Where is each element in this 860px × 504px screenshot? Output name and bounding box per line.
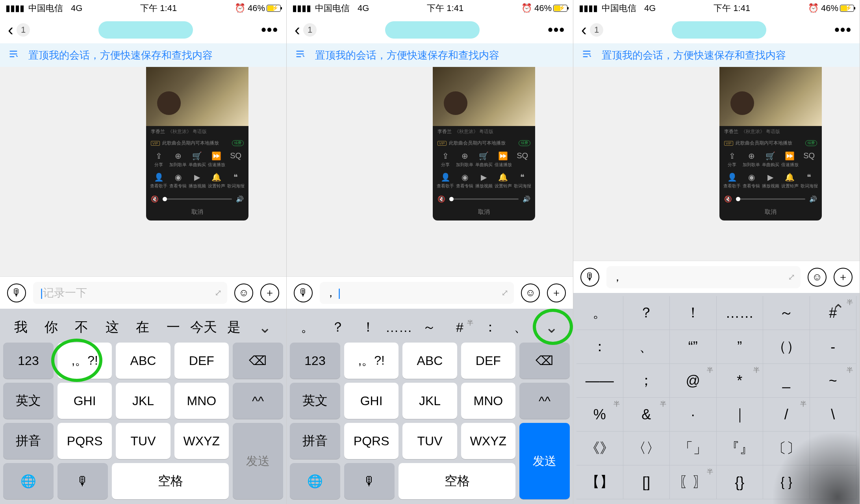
pin-banner[interactable]: 置顶我的会话，方便快速保存和查找内容: [287, 43, 573, 67]
key-tuv[interactable]: TUV: [116, 423, 170, 459]
key-symbols[interactable]: ,。?!: [57, 343, 112, 379]
back-button[interactable]: ‹: [581, 22, 587, 38]
text-input[interactable]: ， ⤢: [606, 266, 801, 288]
key-abc[interactable]: ABC: [116, 343, 170, 379]
symbol-key[interactable]: ～: [763, 296, 810, 330]
expand-icon[interactable]: ⤢: [788, 272, 795, 282]
pin-banner[interactable]: 置顶我的会话，方便快速保存和查找内容: [573, 43, 860, 67]
key-ghi[interactable]: GHI: [57, 383, 112, 419]
key-mno[interactable]: MNO: [174, 383, 229, 419]
symbol-key[interactable]: 、: [623, 330, 670, 364]
symbol-key[interactable]: _: [763, 364, 810, 398]
key-wxyz[interactable]: WXYZ: [461, 423, 515, 459]
symbol-key[interactable]: ”: [717, 330, 764, 364]
chat-area[interactable]: 李香兰 《秋意浓》 粤语版 VIP此歌曲会员期内可本地播放 续费 ⇪分享 ⊕加到…: [0, 67, 286, 276]
symbol-key[interactable]: []: [623, 465, 670, 499]
symbol-key[interactable]: *半: [717, 364, 764, 398]
key-123[interactable]: 123: [290, 343, 340, 379]
symbol-key[interactable]: [810, 432, 857, 465]
symbol-key[interactable]: ：: [576, 330, 623, 364]
expand-icon[interactable]: ⤢: [501, 288, 508, 298]
symbol-key[interactable]: ？: [623, 296, 670, 330]
symbol-key[interactable]: ；: [623, 364, 670, 398]
symbol-key[interactable]: ｛｝: [763, 465, 810, 499]
voice-icon[interactable]: 🎙: [580, 268, 599, 287]
symbol-chevron-up-icon[interactable]: ⌃: [823, 298, 854, 322]
key-mic[interactable]: 🎙: [57, 463, 108, 499]
symbol-key[interactable]: /半: [763, 398, 810, 432]
key-pinyin[interactable]: 拼音: [3, 423, 54, 459]
text-input[interactable]: ，| ⤢: [320, 282, 514, 304]
key-emoticon[interactable]: ^^: [519, 383, 570, 419]
chat-area[interactable]: 李香兰 《秋意浓》 粤语版 VIP此歌曲会员期内可本地播放续费 ⇪分享 ⊕加到歌…: [287, 67, 573, 276]
key-delete[interactable]: ⌫: [233, 343, 283, 379]
text-input[interactable]: |记录一下 ⤢: [33, 282, 227, 304]
key-mno[interactable]: MNO: [461, 383, 515, 419]
key-globe[interactable]: 🌐: [290, 463, 340, 499]
candidate-chevron-down-icon[interactable]: ⌄: [536, 318, 567, 336]
symbol-key[interactable]: [810, 465, 857, 499]
symbol-key[interactable]: ——: [576, 364, 623, 398]
plus-icon[interactable]: ＋: [547, 284, 566, 302]
key-ghi[interactable]: GHI: [344, 383, 398, 419]
symbol-key[interactable]: &半: [623, 398, 670, 432]
symbol-key[interactable]: 《》: [576, 432, 623, 465]
symbol-key[interactable]: ……: [717, 296, 764, 330]
voice-icon[interactable]: 🎙: [294, 284, 313, 302]
key-pinyin[interactable]: 拼音: [290, 423, 340, 459]
message-image-card[interactable]: 李香兰 《秋意浓》 粤语版 VIP此歌曲会员期内可本地播放续费 ⇪分享 ⊕加到歌…: [719, 67, 822, 220]
key-symbols[interactable]: ,。?!: [344, 343, 398, 379]
message-image-card[interactable]: 李香兰 《秋意浓》 粤语版 VIP此歌曲会员期内可本地播放续费 ⇪分享 ⊕加到歌…: [433, 67, 535, 220]
more-button[interactable]: •••: [834, 22, 852, 38]
key-globe[interactable]: 🌐: [3, 463, 54, 499]
symbol-key[interactable]: 〈〉: [623, 432, 670, 465]
symbol-key[interactable]: 「」: [670, 432, 717, 465]
candidate-row[interactable]: 。 ？ ！ …… ～ #半 ： 、 ⌄: [290, 312, 570, 343]
key-english[interactable]: 英文: [3, 383, 54, 419]
more-button[interactable]: •••: [548, 22, 565, 38]
back-button[interactable]: ‹: [8, 22, 13, 38]
message-image-card[interactable]: 李香兰 《秋意浓》 粤语版 VIP此歌曲会员期内可本地播放 续费 ⇪分享 ⊕加到…: [146, 67, 248, 220]
emoji-icon[interactable]: ☺: [521, 284, 540, 302]
plus-icon[interactable]: ＋: [260, 284, 279, 302]
key-123[interactable]: 123: [3, 343, 54, 379]
symbol-key[interactable]: @半: [670, 364, 717, 398]
key-send[interactable]: 发送: [519, 423, 570, 499]
more-button[interactable]: •••: [261, 22, 278, 38]
symbol-key[interactable]: %半: [576, 398, 623, 432]
back-button[interactable]: ‹: [295, 22, 300, 38]
symbol-key[interactable]: “”: [670, 330, 717, 364]
key-tuv[interactable]: TUV: [402, 423, 457, 459]
symbol-key[interactable]: 【】: [576, 465, 623, 499]
symbol-key[interactable]: ~半: [810, 364, 857, 398]
candidate-chevron-down-icon[interactable]: ⌄: [249, 318, 281, 336]
key-pqrs[interactable]: PQRS: [344, 423, 398, 459]
expand-icon[interactable]: ⤢: [215, 288, 222, 298]
symbol-key[interactable]: （）: [763, 330, 810, 364]
pin-banner[interactable]: 置顶我的会话，方便快速保存和查找内容: [0, 43, 286, 67]
emoji-icon[interactable]: ☺: [234, 284, 253, 302]
key-english[interactable]: 英文: [290, 383, 340, 419]
symbol-key[interactable]: ！: [670, 296, 717, 330]
key-wxyz[interactable]: WXYZ: [174, 423, 229, 459]
voice-icon[interactable]: 🎙: [7, 284, 26, 302]
emoji-icon[interactable]: ☺: [808, 268, 827, 287]
key-def[interactable]: DEF: [461, 343, 515, 379]
key-space[interactable]: 空格: [398, 463, 515, 499]
unread-badge[interactable]: 1: [17, 23, 30, 37]
candidate-row[interactable]: 我 你 不 这 在 一 今天 是 ⌄: [3, 312, 283, 343]
symbol-key[interactable]: 〔〕: [763, 432, 810, 465]
symbol-key[interactable]: 『』: [717, 432, 764, 465]
chat-area[interactable]: 李香兰 《秋意浓》 粤语版 VIP此歌曲会员期内可本地播放续费 ⇪分享 ⊕加到歌…: [573, 67, 860, 261]
key-pqrs[interactable]: PQRS: [57, 423, 112, 459]
key-jkl[interactable]: JKL: [402, 383, 457, 419]
symbol-key[interactable]: {}: [717, 465, 764, 499]
symbol-key[interactable]: 〖〗半: [670, 465, 717, 499]
key-abc[interactable]: ABC: [402, 343, 457, 379]
key-emoticon[interactable]: ^^: [233, 383, 283, 419]
symbol-key[interactable]: 。: [576, 296, 623, 330]
plus-icon[interactable]: ＋: [834, 268, 853, 287]
key-jkl[interactable]: JKL: [116, 383, 170, 419]
key-mic[interactable]: 🎙: [344, 463, 395, 499]
symbol-key[interactable]: ｜: [717, 398, 764, 432]
